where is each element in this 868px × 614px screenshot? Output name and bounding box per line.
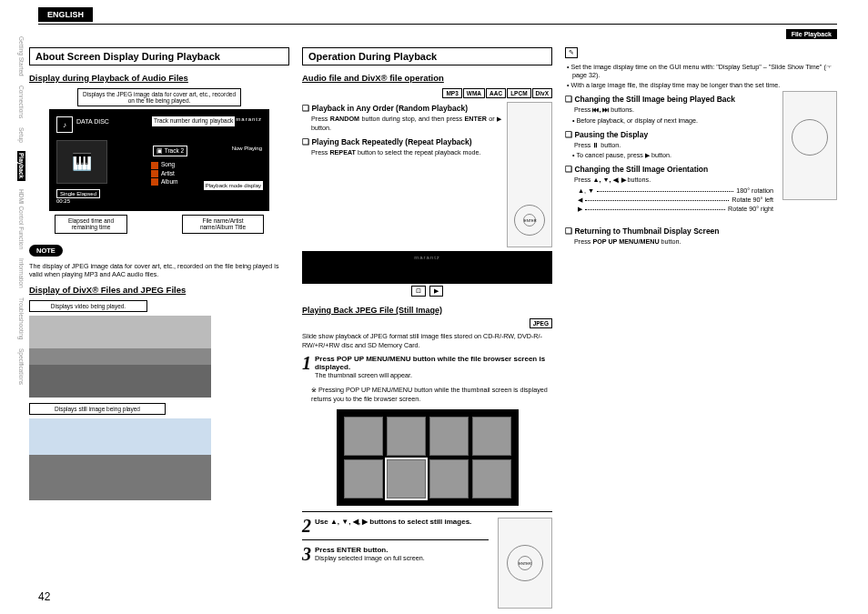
text-display: marantz [302, 251, 552, 284]
step-3: 3 Press ENTER button.Display selected im… [302, 546, 492, 563]
divider [302, 539, 489, 540]
disc-icon: ♪ [56, 116, 73, 133]
top-rule [38, 24, 837, 25]
pbmode-callout: Playback mode display [203, 180, 264, 191]
sidebar-item: HDMI Control Function [18, 189, 25, 249]
play-icon: ▶ [429, 286, 443, 297]
callout: Displays video being played. [29, 300, 147, 312]
step-2: 2 Use ▲, ▼, ◀, ▶ buttons to select still… [302, 518, 492, 534]
tracknum-callout: Track number during playback [151, 116, 236, 127]
section-title: About Screen Display During Playback [29, 47, 289, 65]
sidebar-item: Troubleshooting [18, 297, 25, 339]
pencil-icon: ✎ [565, 47, 578, 58]
meta-tags: Song Artist Album [151, 160, 177, 186]
remote-diagram: ENTER [498, 518, 552, 609]
coverart-thumb: 🎹 [56, 140, 107, 184]
columns: About Screen Display During Playback Dis… [29, 11, 837, 609]
subhead: Audio file and DivX® file operation [302, 73, 552, 83]
sidebar-nav: Getting Started Connections Setup Playba… [13, 36, 25, 392]
page-number: 42 [38, 590, 50, 603]
section-title: Operation During Playback [302, 47, 552, 65]
bullet: Set the image display time on the GUI me… [572, 63, 837, 79]
step-1: 1 Press POP UP MENU/MENU button while th… [302, 355, 552, 380]
disp-icon: ⊡ [411, 286, 426, 297]
language-tab: ENGLISH [38, 7, 93, 22]
thumbnail-grid [337, 409, 519, 506]
now-playing: Now Playing [232, 146, 262, 151]
sidebar-item: Connections [18, 86, 25, 118]
disp-icons: ⊡▶ [302, 286, 552, 297]
track-label: ▣ Track 2 [153, 146, 187, 156]
format-badges: MP3WMAAACLPCMDivX [302, 88, 552, 98]
sidebar-item: Specifications [18, 348, 25, 385]
brand-text: marantz [236, 116, 262, 122]
bullet: With a large image file, the display tim… [572, 81, 837, 89]
note-text: The display of JPEG image data for cover… [29, 262, 289, 279]
callout: File name/Artist name/Album Title [182, 215, 264, 233]
rotation-row: ▶Rotate 90° right [578, 205, 773, 213]
q-head: Returning to Thumbnail Display Screen [565, 226, 837, 236]
callout: Elapsed time and remaining time [55, 215, 127, 233]
divider [302, 511, 552, 512]
callout: Displays the JPEG image data for cover a… [77, 88, 241, 106]
format-badge: JPEG [530, 318, 552, 328]
step-number: 2 [302, 518, 311, 534]
body-text: Slide show playback of JPEG format still… [302, 332, 552, 349]
subhead: Display of DivX® Files and JPEG Files [29, 285, 289, 295]
remote-diagram: ENTER [507, 102, 552, 247]
column-1: About Screen Display During Playback Dis… [29, 47, 289, 609]
remote-diagram [782, 91, 837, 200]
sidebar-item: Information [18, 258, 25, 288]
step-number: 1 [302, 355, 311, 380]
sidebar-item: Getting Started [18, 36, 25, 76]
video-preview [29, 316, 211, 398]
subhead: Playing Back JPEG File (Still Image) [302, 306, 552, 315]
subhead: Display during Playback of Audio Files [29, 73, 289, 83]
playback-display: ♪ DATA DISC Track number during playback… [49, 109, 269, 211]
column-2: Operation During Playback Audio file and… [302, 47, 552, 609]
sidebar-item-active: Playback [17, 151, 25, 180]
section-badge: File Playback [786, 29, 837, 39]
callout: Displays still image being played [29, 403, 166, 415]
column-3: ✎ Set the image display time on the GUI … [565, 47, 837, 609]
note-badge: NOTE [29, 245, 63, 257]
body-text: Press POP UP MENU/MENU button. [574, 237, 837, 247]
still-preview [29, 418, 211, 500]
elapsed: Single Elapsed00:25 [56, 189, 100, 204]
step-number: 3 [302, 546, 311, 563]
sidebar-item: Setup [18, 127, 25, 143]
disc-label: DATA DISC [76, 118, 109, 125]
body-text: ※ Pressing POP UP MENU/MENU button while… [311, 386, 552, 403]
